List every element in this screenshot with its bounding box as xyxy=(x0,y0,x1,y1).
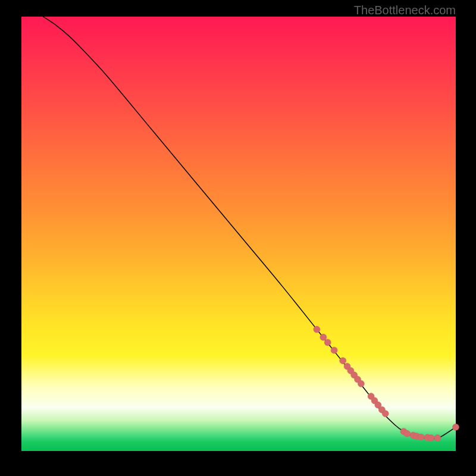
data-point xyxy=(404,430,411,437)
chart-container: TheBottleneck.com xyxy=(0,0,476,476)
data-point xyxy=(340,358,346,364)
data-point xyxy=(314,326,320,333)
data-point xyxy=(358,380,364,387)
data-point xyxy=(331,347,337,353)
data-point xyxy=(434,435,441,441)
data-point xyxy=(324,339,331,346)
attribution-text: TheBottleneck.com xyxy=(354,4,456,17)
data-markers xyxy=(314,326,459,441)
data-point xyxy=(382,411,389,417)
bottleneck-curve xyxy=(43,17,456,439)
data-point xyxy=(418,434,424,440)
data-point xyxy=(428,435,434,441)
data-point xyxy=(320,334,327,340)
chart-svg xyxy=(21,17,456,451)
plot-area xyxy=(21,17,456,451)
data-point xyxy=(453,424,459,430)
